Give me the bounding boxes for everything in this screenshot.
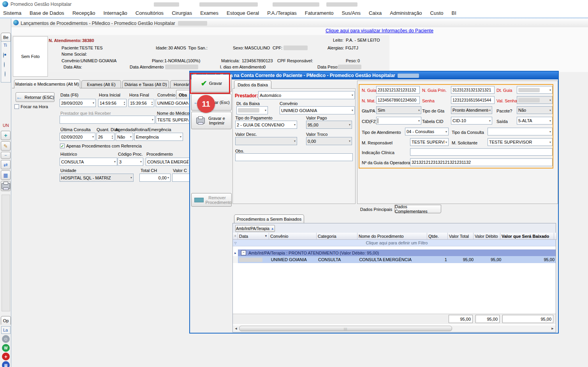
tab-exames[interactable]: Exames (Alt E) xyxy=(81,80,121,88)
menu-sus-ans[interactable]: Sus/Ans xyxy=(342,10,361,16)
dt-baixa-combo[interactable]: ▾ xyxy=(236,106,268,114)
menu-bi[interactable]: BI xyxy=(452,10,456,16)
patient-avatar-icon[interactable]: ☺ xyxy=(2,335,10,343)
sidebar-tab-top[interactable]: Be xyxy=(1,33,11,41)
dropdown-arrow-icon[interactable]: ▾ xyxy=(549,140,551,144)
convenio-combo[interactable]: UNIMED GOIANIA xyxy=(156,99,190,107)
dropdown-arrow-icon[interactable]: ▾ xyxy=(140,160,142,163)
col-header-convenio[interactable]: Convênio xyxy=(269,233,317,240)
grid-data-row[interactable]: UNIMED GOIANIA CONSULTA CONSULTA EMERGÊN… xyxy=(238,256,556,263)
menu-pa-terapias[interactable]: P.A./Terapias xyxy=(267,10,297,16)
indicacao-field[interactable] xyxy=(410,148,553,156)
menu-caixa[interactable]: Caixa xyxy=(369,10,382,16)
dropdown-arrow-icon[interactable]: ▾ xyxy=(167,176,169,179)
dropdown-arrow-icon[interactable]: ▾ xyxy=(549,119,551,123)
scroll-thumb[interactable]: ||| xyxy=(239,326,452,331)
spinner-icon[interactable]: ▴▾ xyxy=(112,135,113,139)
dialog-titlebar[interactable]: Registro de Baixa na Conta Corrente do P… xyxy=(190,72,558,79)
tabela-cid-combo[interactable]: CID-10▾ xyxy=(451,117,492,125)
dt-guia-combo[interactable]: ▾ xyxy=(517,86,553,94)
agendada-combo[interactable]: Não▾ xyxy=(116,133,133,141)
menu-base-de-dados[interactable]: Base de Dados xyxy=(30,10,64,16)
codigo-proc-combo[interactable]: 3▾ xyxy=(118,158,143,166)
m-responsavel-combo[interactable]: TESTE SUPERVISOR▾ xyxy=(410,138,449,146)
menu-faturamento[interactable]: Faturamento xyxy=(305,10,334,16)
historico-combo[interactable]: CONSULTA▾ xyxy=(60,158,117,166)
transfer-button[interactable]: ⇄ xyxy=(1,160,11,169)
grid-button[interactable]: ▦ xyxy=(1,170,11,180)
retornar-esc-button[interactable]: ← Retornar (ESC) xyxy=(16,92,55,102)
calc-grid-icon[interactable]: ▦ xyxy=(2,361,10,367)
col-header-categoria[interactable]: Categoria xyxy=(317,233,357,240)
sidebar-radio-2[interactable] xyxy=(4,62,5,67)
gravar-imprimir-button[interactable]: Gravar e Imprimir xyxy=(191,112,232,129)
scroll-right-arrow[interactable]: ► xyxy=(549,327,556,330)
dropdown-arrow-icon[interactable]: ▾ xyxy=(152,118,153,121)
tab-procedimentos[interactable]: Procedimentos a Serem Baixados xyxy=(234,214,304,223)
edit-button[interactable]: ✎ xyxy=(1,141,11,151)
menu-sistema[interactable]: Sistema xyxy=(3,10,21,16)
dropdown-arrow-icon[interactable]: ▾ xyxy=(445,140,447,144)
sidebar-tab-bottom[interactable]: Op xyxy=(1,316,11,325)
vitals-icon[interactable]: W xyxy=(2,344,10,352)
dropdown-arrow-icon[interactable]: ▾ xyxy=(130,135,132,139)
dropdown-arrow-icon[interactable]: ▾ xyxy=(418,119,420,123)
col-header-procedimento[interactable]: Nome do Procedimento xyxy=(357,233,427,240)
add-button[interactable]: + xyxy=(1,131,11,140)
dropdown-arrow-icon[interactable]: ▾ xyxy=(180,135,181,139)
col-header-data[interactable]: Data ▼ xyxy=(238,233,269,240)
dialog-convenio-combo[interactable]: UNIMED GOIANIA▾ xyxy=(280,106,355,114)
senha-field[interactable]: 12312316515641544 xyxy=(451,96,495,104)
m-solicitante-combo[interactable]: TESTE SUPERVISOR▾ xyxy=(488,138,553,146)
col-header-valor-debito[interactable]: Valor Débito xyxy=(474,233,500,240)
dropdown-arrow-icon[interactable]: ▾ xyxy=(93,101,94,105)
obs-field[interactable] xyxy=(235,153,353,161)
dropdown-arrow-icon[interactable]: ▾ xyxy=(549,88,551,92)
col-header-valor-baixado[interactable]: Valor que Será Baixado xyxy=(500,233,554,240)
nome-medico-field[interactable]: TESTE SUPERVISOR xyxy=(156,116,190,124)
dropdown-arrow-icon[interactable]: ▾ xyxy=(265,109,266,112)
prestador-combo[interactable]: Automático▾ xyxy=(258,91,355,99)
dropdown-arrow-icon[interactable]: ▾ xyxy=(92,135,94,139)
hora-final-spin[interactable]: 15:39:56▴▾ xyxy=(129,99,154,107)
tab-dados-principais[interactable]: Dados Principais xyxy=(358,205,394,213)
dropdown-arrow-icon[interactable]: ▾ xyxy=(352,109,353,112)
menu-recepcao[interactable]: Recepção xyxy=(72,10,95,16)
dropdown-arrow-icon[interactable]: ▾ xyxy=(294,123,296,126)
spinner-icon[interactable]: ▴▾ xyxy=(124,101,125,105)
n-guia-field[interactable]: 23132121321231132 xyxy=(376,86,420,94)
ultima-consulta-combo[interactable]: 02/09/2020▾ xyxy=(60,133,95,141)
tipo-atendimento-combo[interactable]: 04 - Consultas▾ xyxy=(405,128,449,135)
grid-group-row[interactable]: − Amb/Int/PA/Terapia : PRONTO ATENDIMENT… xyxy=(238,249,556,256)
menu-estoque-geral[interactable]: Estoque Geral xyxy=(227,10,259,16)
menu-cirurgias[interactable]: Cirurgias xyxy=(172,10,192,16)
apenas-proc-checkbox[interactable]: ✓ xyxy=(60,144,65,148)
data-f6-combo[interactable]: 28/09/2020▾ xyxy=(60,99,96,107)
tipo-consulta-combo[interactable]: ▾ xyxy=(488,128,553,135)
cid-combo[interactable]: ▾ xyxy=(376,117,421,125)
spinner-icon[interactable]: ▴▾ xyxy=(151,101,153,105)
patient-info-link[interactable]: Clique aqui para visualizar Informações … xyxy=(326,28,433,33)
valor-ch-field[interactable] xyxy=(172,174,190,182)
dropdown-arrow-icon[interactable]: ▾ xyxy=(489,119,491,123)
rotina-combo[interactable]: Emergência▾ xyxy=(134,133,183,141)
tab-materiais[interactable]: Materiais e Medicamentos (Alt M) xyxy=(14,79,80,88)
sidebar-radio-1[interactable] xyxy=(3,53,4,58)
focar-checkbox[interactable] xyxy=(14,104,19,109)
scroll-left-arrow[interactable]: ◄ xyxy=(233,327,239,330)
col-header-qtde[interactable]: Qtde. xyxy=(427,233,448,240)
tab-dados-da-baixa[interactable]: Dados da Baixa xyxy=(234,80,271,89)
dropdown-arrow-icon[interactable]: ▾ xyxy=(549,130,551,133)
obs-button[interactable]: Obs xyxy=(176,90,191,100)
saida-combo[interactable]: 5-ALTA▾ xyxy=(517,117,553,125)
print-button[interactable] xyxy=(1,181,11,191)
h-scrollbar[interactable]: ◄ ||| ► xyxy=(233,325,556,332)
quant-dias-spin[interactable]: 26▴▾ xyxy=(97,133,114,141)
n-guia-operadora-field[interactable]: 3213212123132121321231132 xyxy=(410,158,553,166)
emergency-icon[interactable]: + xyxy=(2,353,10,360)
n-guia-prin-field[interactable]: 31231231321321321 xyxy=(451,86,495,94)
menu-administracao[interactable]: Administração xyxy=(390,10,422,16)
groupby-pill[interactable]: Amb/Int/PA/Terapia ▲ xyxy=(235,225,275,232)
tab-dados-complementares[interactable]: Dados Complementares xyxy=(394,205,441,213)
procedimento-field[interactable]: CONSULTA EMERGÊNCIA xyxy=(146,158,190,166)
